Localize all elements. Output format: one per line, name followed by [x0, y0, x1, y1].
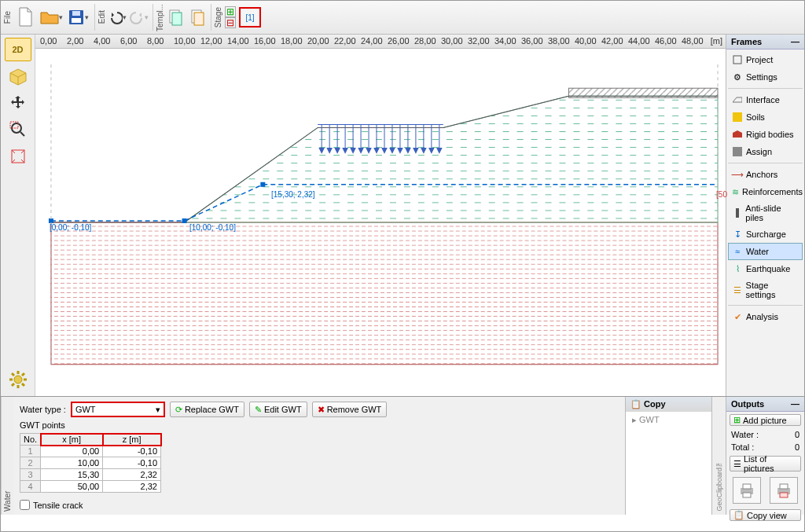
svg-point-10 [14, 376, 22, 383]
point-label-000: [0,00; -0,10] [50, 223, 91, 232]
list-pictures-button[interactable]: ☰List of pictures [730, 456, 801, 471]
templ-tab-label: Templ... [155, 2, 165, 33]
gwt-points-table[interactable]: No.x [m]z [m] 10,00-0,10 210,00-0,10 315… [20, 433, 161, 493]
water-panel-label: Water [1, 397, 13, 515]
outputs-water-label: Water : [731, 430, 759, 439]
frame-earthquake[interactable]: ⌇Earthquake [728, 260, 803, 277]
undo-button[interactable]: ▾ [107, 4, 129, 31]
frame-project[interactable]: Project [728, 51, 803, 68]
outputs-total-count: 0 [795, 442, 799, 452]
copy-gwt-item[interactable]: ▸ GWT [626, 412, 711, 428]
add-picture-button[interactable]: ⊞Add picture [730, 414, 801, 426]
frame-assign[interactable]: Assign [728, 143, 803, 160]
stage-add-button[interactable]: ⊞ [225, 6, 236, 17]
svg-rect-33 [260, 182, 265, 187]
template2-button[interactable] [187, 4, 209, 31]
water-type-select[interactable]: GWT▾ [71, 402, 165, 417]
print-color-button[interactable] [770, 477, 798, 504]
frame-soils[interactable]: Soils [728, 108, 803, 126]
horizontal-ruler: 0,00 2,00 4,00 6,00 8,00 10,00 12,00 14,… [35, 35, 726, 49]
frames-title: Frames [731, 37, 762, 46]
svg-rect-1 [72, 18, 81, 23]
zoom-button[interactable] [5, 118, 31, 141]
frame-anchors[interactable]: ⟶Anchors [728, 166, 803, 183]
frames-minimize[interactable]: — [791, 37, 799, 46]
svg-rect-32 [182, 218, 187, 223]
remove-gwt-button[interactable]: ✖Remove GWT [312, 402, 388, 417]
svg-rect-36 [733, 56, 741, 64]
copy-view-button[interactable]: 📋Copy view [730, 509, 801, 521]
copy-title: Copy [644, 399, 666, 409]
3d-view-button[interactable] [5, 64, 31, 88]
frame-settings[interactable]: ⚙Settings [728, 68, 803, 86]
svg-rect-44 [780, 484, 788, 489]
geoclipboard-tab[interactable]: GeoClipboard™ [711, 397, 726, 515]
svg-rect-45 [780, 493, 788, 497]
open-file-button[interactable]: ▾ [39, 4, 66, 31]
print-button[interactable] [733, 477, 761, 504]
frame-interface[interactable]: Interface [728, 91, 803, 108]
svg-rect-41 [743, 484, 751, 489]
right-cut-label: [50 [716, 190, 727, 199]
redo-button[interactable]: ▾ [129, 4, 151, 31]
outputs-water-count: 0 [795, 430, 799, 439]
frame-water[interactable]: ≈Water [728, 243, 803, 260]
edit-tab-label: Edit [97, 9, 107, 25]
copy-icon: 📋 [630, 399, 644, 409]
save-button[interactable]: ▾ [66, 4, 93, 31]
svg-rect-37 [733, 112, 742, 122]
outputs-minimize[interactable]: — [791, 399, 799, 409]
svg-rect-38 [733, 147, 742, 156]
frame-reinforcements[interactable]: ≋Reinforcements [728, 183, 803, 200]
fit-button[interactable] [5, 145, 31, 168]
template1-button[interactable] [165, 4, 187, 31]
svg-marker-11 [51, 222, 718, 365]
edit-gwt-button[interactable]: ✎Edit GWT [249, 402, 307, 417]
new-file-button[interactable] [13, 4, 39, 31]
file-tab-label: File [2, 9, 13, 25]
stage-remove-button[interactable]: ⊟ [225, 17, 236, 28]
frame-surcharge[interactable]: ↧Surcharge [728, 226, 803, 243]
frame-rigid[interactable]: Rigid bodies [728, 126, 803, 143]
tensile-crack-checkbox[interactable]: Tensile crack [20, 500, 619, 510]
svg-marker-12 [185, 96, 718, 222]
stage-1-tab[interactable]: [1] [239, 7, 261, 28]
svg-rect-4 [172, 13, 182, 25]
water-type-label: Water type : [20, 405, 66, 414]
outputs-total-label: Total : [731, 442, 754, 452]
frame-antislide[interactable]: Anti-slide piles [728, 200, 803, 226]
svg-rect-6 [194, 13, 204, 25]
point-label-1000: [10,00; -0,10] [189, 223, 236, 232]
pan-button[interactable] [5, 91, 31, 115]
drawing-canvas[interactable]: [15,30; 2,32] [10,00; -0,10] [0,00; -0,1… [35, 49, 726, 396]
gwt-points-label: GWT points [20, 420, 619, 430]
frame-stage-settings[interactable]: ☰Stage settings [728, 277, 803, 303]
stage-tab-label: Stage [213, 6, 223, 29]
replace-gwt-button[interactable]: ⟳Replace GWT [170, 402, 244, 417]
svg-rect-2 [72, 11, 80, 16]
settings-gear-button[interactable] [5, 368, 31, 391]
2d-view-button[interactable]: 2D [5, 38, 31, 61]
svg-rect-42 [743, 493, 751, 497]
svg-rect-39 [736, 208, 739, 218]
point-label-1530: [15,30; 2,32] [271, 190, 315, 199]
outputs-title: Outputs [731, 399, 764, 409]
frame-analysis[interactable]: ✔Analysis [728, 308, 803, 325]
